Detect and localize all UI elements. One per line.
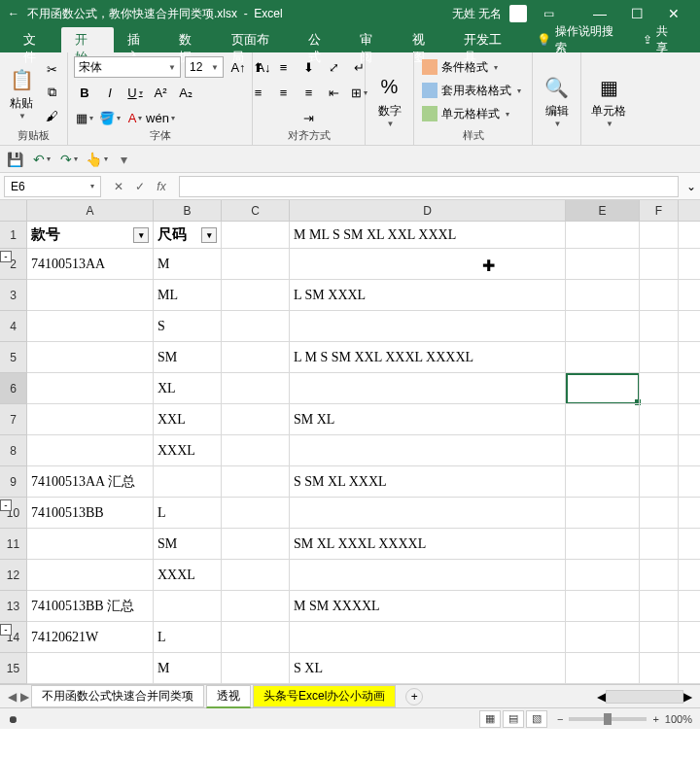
cell[interactable]: M — [154, 653, 222, 683]
row-header[interactable]: 15 — [0, 653, 27, 684]
cell[interactable] — [566, 591, 640, 621]
cell[interactable]: SM — [154, 529, 222, 559]
row-header[interactable]: 3 — [0, 280, 27, 311]
cell[interactable] — [222, 311, 290, 341]
cell[interactable] — [640, 342, 679, 372]
tab-formula[interactable]: 公式 — [295, 27, 346, 52]
cell[interactable]: L — [154, 498, 222, 528]
tab-dev[interactable]: 开发工具 — [450, 27, 527, 52]
cell[interactable] — [566, 280, 640, 310]
close-button[interactable]: ✕ — [655, 2, 692, 25]
cell[interactable]: S SM XL XXXL — [290, 466, 566, 497]
row-header[interactable]: 6 — [0, 373, 27, 404]
cell[interactable] — [640, 653, 679, 683]
formula-input[interactable] — [179, 176, 679, 197]
zoom-in-icon[interactable]: + — [652, 713, 658, 725]
cell[interactable] — [222, 466, 290, 497]
cell[interactable] — [27, 311, 154, 341]
cell[interactable] — [27, 653, 154, 683]
font-name-select[interactable]: 宋体▼ — [74, 56, 181, 78]
redo-icon[interactable]: ↷▾ — [60, 151, 78, 168]
fill-color-button[interactable]: 🪣▾ — [99, 107, 121, 128]
orientation-icon[interactable]: ⤢ — [324, 56, 345, 78]
row-header[interactable]: 4 — [0, 311, 27, 342]
outline-toggle-icon[interactable]: - — [0, 251, 12, 262]
record-macro-icon[interactable]: ⏺ — [8, 713, 18, 725]
cell[interactable] — [27, 280, 154, 310]
view-normal-icon[interactable]: ▦ — [479, 710, 501, 728]
border-button[interactable]: ▦▾ — [74, 107, 95, 128]
outline-toggle-icon[interactable]: - — [0, 624, 12, 636]
cell[interactable] — [222, 560, 290, 590]
edit-button[interactable]: 🔍 编辑 ▼ — [539, 72, 575, 128]
cell[interactable] — [566, 435, 640, 465]
hscrollbar[interactable] — [606, 690, 683, 704]
row-header[interactable]: 9 — [0, 466, 27, 498]
sheet-nav-prev-icon[interactable]: ◀ — [8, 690, 17, 704]
cell[interactable] — [27, 373, 154, 403]
cut-icon[interactable]: ✂ — [41, 58, 62, 80]
filter-icon[interactable]: ▾ — [201, 227, 217, 243]
select-all-corner[interactable] — [0, 200, 27, 221]
cell[interactable] — [290, 560, 566, 590]
cell[interactable]: XL — [154, 373, 222, 403]
cell[interactable] — [566, 404, 640, 434]
cell[interactable] — [290, 311, 566, 341]
font-size-select[interactable]: 12▼ — [185, 56, 224, 78]
cell[interactable] — [640, 622, 679, 652]
cell[interactable] — [640, 373, 679, 403]
increase-font-icon[interactable]: A↑ — [228, 56, 249, 78]
tab-home[interactable]: 开始 — [61, 27, 113, 52]
tab-insert[interactable]: 插入 — [114, 27, 165, 52]
conditional-format-button[interactable]: 条件格式▾ — [420, 56, 500, 78]
share-button[interactable]: ⇪ 共享 — [633, 23, 688, 56]
cell[interactable] — [290, 435, 566, 465]
cell[interactable] — [640, 560, 679, 590]
sheet-tab-2[interactable]: 透视 — [206, 685, 251, 708]
undo-icon[interactable]: ↶▾ — [33, 151, 51, 168]
cell[interactable] — [27, 435, 154, 465]
cell[interactable]: SM XL XXXL XXXXL — [290, 529, 566, 559]
col-header-b[interactable]: B — [154, 200, 222, 221]
view-page-break-icon[interactable]: ▧ — [526, 710, 547, 728]
cell[interactable] — [222, 404, 290, 434]
subscript-button[interactable]: A₂ — [175, 82, 196, 103]
cell[interactable]: SM — [154, 342, 222, 372]
cell[interactable] — [222, 373, 290, 403]
number-format-button[interactable]: % 数字 ▼ — [371, 72, 407, 128]
cell[interactable] — [27, 404, 154, 434]
cell-style-button[interactable]: 单元格样式▾ — [420, 103, 511, 124]
cell[interactable] — [566, 249, 640, 279]
cell[interactable]: 74120621W — [27, 622, 154, 652]
touch-mode-icon[interactable]: 👆▾ — [88, 151, 105, 168]
filter-icon[interactable]: ▾ — [133, 227, 149, 243]
cell[interactable] — [640, 404, 679, 434]
zoom-slider[interactable] — [569, 717, 647, 721]
col-header-a[interactable]: A — [27, 200, 154, 221]
cell[interactable] — [290, 622, 566, 652]
align-middle-icon[interactable]: ≡ — [273, 56, 295, 78]
cell[interactable] — [566, 498, 640, 528]
align-top-icon[interactable]: ⬆ — [248, 56, 269, 78]
cell[interactable] — [290, 373, 566, 403]
cell[interactable] — [566, 311, 640, 341]
cell[interactable] — [222, 653, 290, 683]
cell[interactable] — [640, 280, 679, 310]
cell[interactable] — [566, 466, 640, 497]
cell[interactable] — [290, 249, 566, 279]
back-icon[interactable]: ← — [8, 7, 19, 20]
format-painter-icon[interactable]: 🖌 — [41, 105, 62, 126]
scroll-right-icon[interactable]: ▶ — [683, 690, 692, 704]
cell[interactable]: 74100513AA — [27, 249, 154, 279]
copy-icon[interactable]: ⧉ — [41, 82, 62, 103]
cell[interactable]: S XL — [290, 653, 566, 683]
italic-button[interactable]: I — [99, 82, 121, 103]
cell[interactable] — [222, 249, 290, 279]
name-box[interactable]: E6▾ — [4, 176, 101, 197]
cell[interactable]: XXXL — [154, 435, 222, 465]
cell[interactable] — [640, 591, 679, 621]
fx-icon[interactable]: fx — [152, 180, 171, 193]
cell[interactable]: L M S SM XXL XXXL XXXXL — [290, 342, 566, 372]
enter-formula-icon[interactable]: ✓ — [130, 180, 150, 193]
cell[interactable] — [640, 529, 679, 559]
